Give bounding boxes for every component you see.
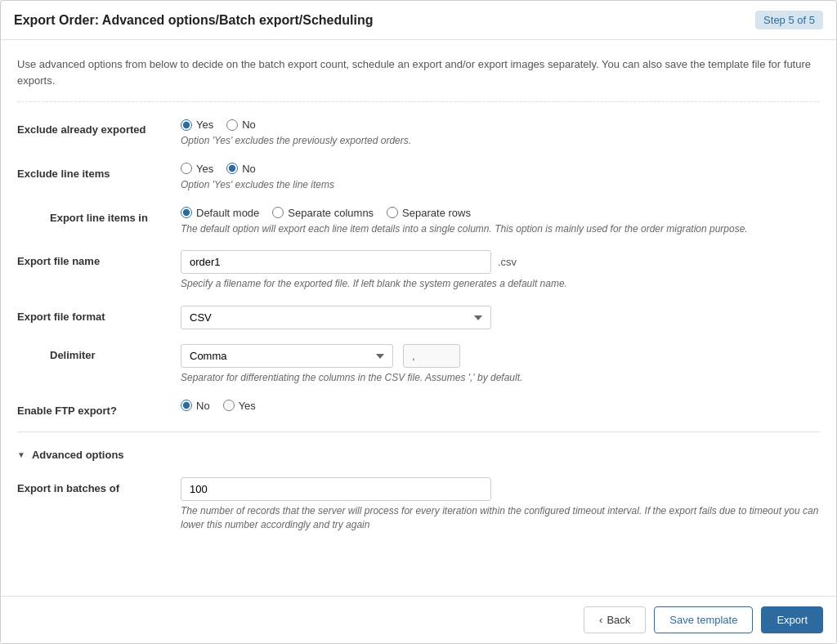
modal-header: Export Order: Advanced options/Batch exp… bbox=[1, 1, 836, 40]
export-batches-row: Export in batches of The number of recor… bbox=[17, 477, 820, 532]
delimiter-hint: Separator for differentiating the column… bbox=[181, 371, 820, 385]
enable-ftp-yes[interactable]: Yes bbox=[223, 400, 256, 412]
enable-ftp-label: Enable FTP export? bbox=[17, 400, 181, 417]
export-modal: Export Order: Advanced options/Batch exp… bbox=[0, 0, 837, 644]
exclude-already-exported-label: Exclude already exported bbox=[17, 119, 181, 136]
section-divider bbox=[17, 432, 820, 432]
step-badge: Step 5 of 5 bbox=[755, 11, 823, 29]
save-template-button[interactable]: Save template bbox=[654, 606, 753, 633]
exclude-line-items-hint: Option 'Yes' excludes the line items bbox=[181, 178, 820, 192]
export-file-format-row: Export file format CSV Excel TSV bbox=[17, 306, 820, 329]
export-file-name-input-group: .csv bbox=[181, 250, 820, 274]
export-batches-content: The number of records that the server wi… bbox=[181, 477, 820, 532]
advanced-section-label: Advanced options bbox=[32, 449, 124, 461]
export-line-items-radio-group: Default mode Separate columns Separate r… bbox=[181, 207, 820, 219]
delimiter-char-input[interactable] bbox=[403, 344, 460, 368]
modal-body: Use advanced options from below to decid… bbox=[1, 40, 836, 596]
export-line-items-content: Default mode Separate columns Separate r… bbox=[181, 207, 820, 236]
export-batches-hint: The number of records that the server wi… bbox=[181, 504, 820, 532]
exclude-line-items-label: Exclude line items bbox=[17, 163, 181, 180]
export-line-default-radio[interactable] bbox=[181, 207, 192, 218]
back-button[interactable]: ‹ Back bbox=[584, 606, 646, 633]
enable-ftp-no-radio[interactable] bbox=[181, 400, 192, 411]
exclude-line-items-radio-group: Yes No bbox=[181, 163, 820, 175]
chevron-down-icon: ▼ bbox=[17, 450, 25, 459]
enable-ftp-row: Enable FTP export? No Yes bbox=[17, 400, 820, 417]
exclude-already-yes-label: Yes bbox=[196, 119, 213, 131]
export-line-items-row: Export line items in Default mode Separa… bbox=[17, 207, 820, 236]
exclude-line-items-row: Exclude line items Yes No Option 'Yes' e… bbox=[17, 163, 820, 192]
enable-ftp-yes-label: Yes bbox=[239, 400, 256, 412]
delimiter-label: Delimiter bbox=[17, 344, 181, 361]
exclude-line-items-yes[interactable]: Yes bbox=[181, 163, 213, 175]
exclude-already-exported-row: Exclude already exported Yes No Option '… bbox=[17, 119, 820, 148]
enable-ftp-yes-radio[interactable] bbox=[223, 400, 235, 411]
export-line-sep-cols-radio[interactable] bbox=[272, 207, 284, 218]
back-button-label: Back bbox=[606, 614, 630, 626]
delimiter-input-group: Comma Semicolon Tab Pipe bbox=[181, 344, 820, 368]
export-button[interactable]: Export bbox=[761, 606, 823, 633]
export-line-default-label: Default mode bbox=[196, 207, 259, 219]
description-text: Use advanced options from below to decid… bbox=[17, 56, 820, 102]
modal-title: Export Order: Advanced options/Batch exp… bbox=[14, 13, 373, 28]
enable-ftp-no-label: No bbox=[196, 400, 210, 412]
back-chevron-icon: ‹ bbox=[599, 614, 602, 626]
exclude-line-no-radio[interactable] bbox=[226, 163, 238, 174]
export-file-format-select[interactable]: CSV Excel TSV bbox=[181, 306, 491, 329]
save-template-label: Save template bbox=[669, 614, 737, 626]
file-extension-suffix: .csv bbox=[498, 256, 517, 268]
advanced-section-header[interactable]: ▼ Advanced options bbox=[17, 445, 820, 464]
enable-ftp-content: No Yes bbox=[181, 400, 820, 415]
export-file-name-label: Export file name bbox=[17, 250, 181, 267]
export-file-name-hint: Specify a filename for the exported file… bbox=[181, 277, 820, 291]
export-line-sep-cols[interactable]: Separate columns bbox=[272, 207, 374, 219]
export-batches-input[interactable] bbox=[181, 477, 491, 501]
exclude-already-hint: Option 'Yes' excludes the previously exp… bbox=[181, 134, 820, 148]
exclude-already-exported-no[interactable]: No bbox=[226, 119, 256, 131]
enable-ftp-no[interactable]: No bbox=[181, 400, 210, 412]
enable-ftp-radio-group: No Yes bbox=[181, 400, 820, 412]
delimiter-row: Delimiter Comma Semicolon Tab Pipe Separ… bbox=[17, 344, 820, 385]
delimiter-select[interactable]: Comma Semicolon Tab Pipe bbox=[181, 344, 393, 368]
export-button-label: Export bbox=[777, 614, 808, 626]
export-line-items-hint: The default option will export each line… bbox=[181, 222, 820, 236]
exclude-line-no-label: No bbox=[242, 163, 256, 175]
exclude-line-items-no[interactable]: No bbox=[226, 163, 256, 175]
export-file-name-input[interactable] bbox=[181, 250, 491, 274]
exclude-line-items-content: Yes No Option 'Yes' excludes the line it… bbox=[181, 163, 820, 192]
export-line-sep-rows-label: Separate rows bbox=[402, 207, 471, 219]
export-line-items-label: Export line items in bbox=[17, 207, 181, 224]
export-file-format-content: CSV Excel TSV bbox=[181, 306, 820, 329]
exclude-already-exported-content: Yes No Option 'Yes' excludes the previou… bbox=[181, 119, 820, 148]
exclude-already-yes-radio[interactable] bbox=[181, 119, 192, 131]
export-file-name-row: Export file name .csv Specify a filename… bbox=[17, 250, 820, 291]
exclude-line-yes-radio[interactable] bbox=[181, 163, 192, 174]
export-file-name-content: .csv Specify a filename for the exported… bbox=[181, 250, 820, 291]
exclude-line-yes-label: Yes bbox=[196, 163, 213, 175]
export-line-sep-rows[interactable]: Separate rows bbox=[387, 207, 471, 219]
modal-footer: ‹ Back Save template Export bbox=[1, 596, 836, 643]
exclude-already-exported-yes[interactable]: Yes bbox=[181, 119, 213, 131]
exclude-already-no-radio[interactable] bbox=[226, 119, 238, 131]
export-line-sep-rows-radio[interactable] bbox=[387, 207, 398, 218]
export-batches-label: Export in batches of bbox=[17, 477, 181, 494]
export-line-default[interactable]: Default mode bbox=[181, 207, 259, 219]
export-line-sep-cols-label: Separate columns bbox=[288, 207, 374, 219]
export-file-format-label: Export file format bbox=[17, 306, 181, 323]
exclude-already-exported-radio-group: Yes No bbox=[181, 119, 820, 131]
exclude-already-no-label: No bbox=[242, 119, 256, 131]
delimiter-content: Comma Semicolon Tab Pipe Separator for d… bbox=[181, 344, 820, 385]
